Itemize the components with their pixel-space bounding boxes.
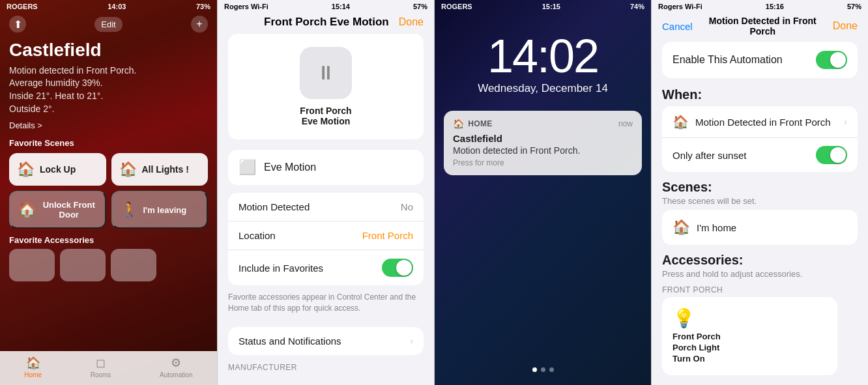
location-button[interactable]: ⬆	[9, 16, 26, 33]
notification-body: Motion detected in Front Porch.	[453, 145, 633, 156]
rooms-tab-label: Rooms	[91, 371, 111, 378]
accessory-item-3[interactable]	[111, 249, 156, 281]
when-section: 🏠 Motion Detected in Front Porch › Only …	[662, 106, 858, 172]
panel-automation: Rogers Wi-Fi 15:16 57% Cancel Motion Det…	[651, 0, 868, 385]
home-content: ROGERS 14:03 73% ⬆ Edit + Castlefield Mo…	[0, 0, 217, 385]
home-details[interactable]: Details >	[9, 121, 208, 130]
home-main: Castlefield Motion detected in Front Por…	[0, 36, 217, 351]
device-navbar: Front Porch Eve Motion Done	[218, 13, 434, 34]
when-trigger-row[interactable]: 🏠 Motion Detected in Front Porch ›	[662, 106, 858, 138]
home-title: Castlefield	[9, 40, 208, 61]
add-button[interactable]: +	[191, 16, 208, 33]
tab-bar: 🏠 Home ◻ Rooms ⚙ Automation	[0, 351, 217, 385]
sunset-toggle[interactable]	[816, 146, 847, 164]
scene-leaving-icon: 🚶	[121, 201, 138, 218]
automation-tab-label: Automation	[160, 371, 193, 378]
scene-leaving[interactable]: 🚶 I'm leaving	[111, 191, 209, 229]
device-name: Front Porch Eve Motion	[300, 106, 351, 126]
panel-device-detail: Rogers Wi-Fi 15:14 57% Front Porch Eve M…	[217, 0, 434, 385]
scene-unlock-door-label: Unlock Front Door	[41, 200, 97, 220]
favorite-scenes-label: Favorite Scenes	[9, 138, 208, 148]
sensor-name: Eve Motion	[264, 162, 316, 173]
location-value: Front Porch	[362, 230, 413, 241]
tab-rooms[interactable]: ◻ Rooms	[91, 356, 111, 378]
accessory-item-2[interactable]	[60, 249, 106, 281]
home-battery: 73%	[196, 3, 210, 10]
page-dot-3	[549, 367, 554, 372]
tab-home[interactable]: 🏠 Home	[24, 356, 42, 378]
scene-unlock-door[interactable]: 🏠 Unlock Front Door	[9, 191, 106, 229]
status-notifications-row[interactable]: Status and Notifications ›	[228, 327, 424, 355]
lock-date: Wednesday, December 14	[478, 82, 608, 95]
home-carrier: ROGERS	[7, 3, 38, 10]
scene-all-lights[interactable]: 🏠 All Lights !	[111, 153, 209, 186]
page-dots	[532, 367, 554, 372]
notification-banner[interactable]: 🏠 HOME now Castlefield Motion detected i…	[444, 111, 642, 175]
scene-leaving-label: I'm leaving	[143, 205, 187, 215]
home-app-icon: 🏠	[453, 119, 464, 129]
include-favorites-label: Include in Favorites	[239, 263, 323, 274]
scene-all-lights-label: All Lights !	[142, 164, 189, 175]
scene-lock-up[interactable]: 🏠 Lock Up	[9, 153, 106, 186]
accessories-description: Press and hold to adjust accessories.	[652, 269, 868, 283]
sensor-card: ⬜ Eve Motion	[228, 150, 424, 185]
edit-button[interactable]: Edit	[94, 17, 122, 32]
porch-light-icon: 💡	[673, 307, 827, 329]
lock-time-status: 15:15	[542, 3, 560, 10]
home-subtitle: Motion detected in Front Porch. Average …	[9, 64, 208, 115]
accessory-card-porch-light[interactable]: 💡 Front PorchPorch LightTurn On	[662, 297, 837, 375]
notification-app-name: HOME	[468, 119, 492, 128]
device-icon-box: ⏸	[300, 47, 352, 99]
tab-automation[interactable]: ⚙ Automation	[160, 356, 193, 378]
automation-time: 15:16	[766, 3, 784, 10]
lock-carrier: ROGERS	[441, 3, 472, 10]
automation-carrier: Rogers Wi-Fi	[658, 3, 702, 10]
edit-label: Edit	[101, 20, 115, 29]
automation-cancel-button[interactable]: Cancel	[662, 21, 693, 32]
home-tab-icon: 🏠	[26, 356, 40, 370]
scenes-description: These scenes will be set.	[652, 196, 868, 210]
location-icon: ⬆	[14, 18, 22, 31]
device-time: 15:14	[332, 3, 350, 10]
location-row[interactable]: Location Front Porch	[228, 221, 424, 250]
include-favorites-toggle[interactable]	[382, 259, 413, 277]
when-trigger-chevron-icon: ›	[844, 117, 847, 127]
device-statusbar: Rogers Wi-Fi 15:14 57%	[218, 0, 434, 13]
accessories-header: Accessories:	[652, 246, 868, 269]
scene-home-label: I'm home	[697, 222, 736, 233]
sensor-icon: ⬜	[239, 159, 256, 176]
when-header: When:	[652, 79, 868, 106]
manufacturer-label: MANUFACTURER	[218, 356, 434, 375]
status-notifications-section: Status and Notifications ›	[228, 327, 424, 355]
automation-done-button[interactable]: Done	[833, 20, 858, 32]
enable-automation-label: Enable This Automation	[673, 54, 783, 66]
device-list-section: Motion Detected No Location Front Porch …	[228, 193, 424, 285]
rooms-tab-icon: ◻	[96, 356, 106, 370]
enable-automation-row: Enable This Automation	[662, 42, 858, 78]
motion-detected-label: Motion Detected	[239, 201, 310, 212]
include-favorites-row: Include in Favorites	[228, 250, 424, 285]
scene-im-home[interactable]: 🏠 I'm home	[662, 210, 858, 245]
accessory-item-1[interactable]	[9, 249, 55, 281]
acc-group-label: FRONT PORCH	[652, 283, 868, 297]
device-nav-title: Front Porch Eve Motion	[264, 16, 389, 29]
page-dot-1	[532, 367, 537, 372]
lock-battery: 74%	[630, 3, 644, 10]
motion-detected-value: No	[401, 201, 413, 212]
device-done-button[interactable]: Done	[399, 16, 424, 28]
scene-lock-up-label: Lock Up	[40, 164, 76, 175]
add-icon: +	[196, 18, 202, 30]
notification-header: 🏠 HOME now	[453, 119, 633, 129]
scene-all-lights-icon: 🏠	[119, 161, 137, 178]
automation-statusbar: Rogers Wi-Fi 15:16 57%	[652, 0, 868, 13]
notification-app: 🏠 HOME	[453, 119, 493, 129]
device-name-line1: Front Porch	[300, 106, 351, 116]
automation-tab-icon: ⚙	[171, 356, 181, 370]
lock-content: ROGERS 15:15 74% 14:02 Wednesday, Decemb…	[435, 0, 651, 385]
enable-automation-toggle[interactable]	[816, 51, 847, 69]
device-carrier: Rogers Wi-Fi	[224, 3, 268, 10]
scene-unlock-door-icon: 🏠	[18, 201, 36, 218]
panel-lock-screen: ROGERS 15:15 74% 14:02 Wednesday, Decemb…	[434, 0, 651, 385]
favorite-accessories-label: Favorite Accessories	[9, 235, 208, 245]
accessories-row	[9, 249, 208, 281]
